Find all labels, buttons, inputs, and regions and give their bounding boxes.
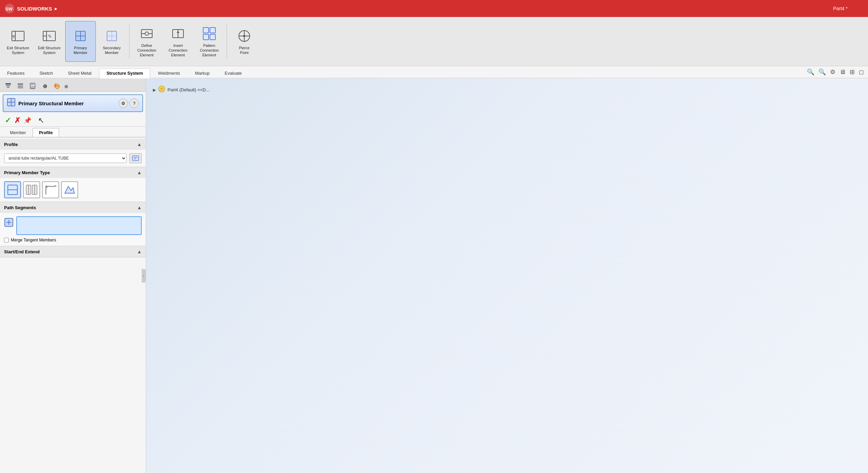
tab-evaluate[interactable]: Evaluate (217, 68, 249, 78)
ok-button[interactable]: ✓ (5, 116, 11, 125)
app-name: SOLIDWORKS (17, 6, 52, 12)
command-bar: × Exit Structure System ✎ Edit Structure… (0, 17, 868, 66)
member-type-custom-btn[interactable] (61, 181, 78, 198)
svg-text:×: × (13, 36, 15, 39)
search-icon[interactable]: 🔍 (805, 68, 816, 76)
profile-section-title: Profile (4, 142, 18, 147)
svg-text:✎: ✎ (48, 34, 52, 39)
svg-rect-25 (203, 34, 209, 40)
cube-icon[interactable]: ◻ (857, 68, 865, 76)
tab-weldments[interactable]: Weldments (151, 68, 187, 78)
define-connection-label: Define Connection Element (133, 43, 160, 58)
path-segments-title: Path Segments (4, 205, 36, 210)
toolbar-divider-1 (129, 24, 129, 58)
insert-connection-icon (170, 25, 186, 42)
path-segments-section: Path Segments ▲ Merge Tang (0, 202, 146, 246)
path-segments-chevron-icon: ▲ (137, 205, 142, 210)
svg-marker-52 (46, 185, 48, 188)
primary-member-type-title: Primary Member Type (4, 170, 50, 175)
member-type-chain-btn[interactable] (23, 181, 40, 198)
member-tab[interactable]: Member (3, 128, 33, 137)
member-type-buttons (4, 181, 142, 198)
psm-settings-btn[interactable]: ⚙ (119, 98, 128, 108)
primary-member-label: Primary Member (74, 46, 87, 55)
svg-rect-35 (18, 86, 23, 87)
toolbar-divider-2 (227, 24, 227, 58)
svg-rect-31 (5, 83, 11, 85)
tab-sketch[interactable]: Sketch (32, 68, 60, 78)
options-icon[interactable]: ⚙ (829, 68, 837, 76)
profile-row: ansi/al tube rectangular/AL TUBE ansi/sq… (4, 153, 142, 163)
tab-right-icons: 🔍 🔍 ⚙ 🖥 ⊞ ◻ (805, 68, 868, 78)
profile-section-header[interactable]: Profile ▲ (0, 139, 146, 150)
start-end-extend-header[interactable]: Start/End Extend ▲ (0, 246, 146, 257)
secondary-member-btn[interactable]: Secondary Member (96, 21, 127, 62)
tab-bar: Features Sketch Sheet Metal Structure Sy… (0, 66, 868, 78)
cursor-indicator: ↖ (38, 116, 44, 125)
edit-structure-icon: ✎ (41, 28, 57, 44)
define-connection-btn[interactable]: Define Connection Element (131, 21, 162, 62)
pierce-point-label: Pierce Point (239, 46, 249, 55)
svg-text:SW: SW (5, 6, 13, 12)
primary-member-type-header[interactable]: Primary Member Type ▲ (0, 167, 146, 178)
panel-collapse-handle[interactable]: › (142, 269, 146, 283)
svg-rect-34 (18, 84, 23, 85)
pattern-connection-label: Pattern Connection Element (196, 43, 223, 58)
panel-tab-appearance-btn[interactable]: 🎨 (52, 80, 63, 91)
tab-sheet-metal[interactable]: Sheet Metal (61, 68, 99, 78)
merge-tangent-label: Merge Tangent Members (11, 238, 56, 242)
tab-structure-system[interactable]: Structure System (99, 68, 150, 78)
member-type-corner-btn[interactable] (42, 181, 59, 198)
edit-structure-btn[interactable]: ✎ Edit Structure System (34, 21, 65, 62)
profile-dropdown[interactable]: ansi/al tube rectangular/AL TUBE ansi/sq… (4, 153, 127, 163)
pattern-connection-btn[interactable]: Pattern Connection Element (194, 21, 225, 62)
secondary-member-icon (104, 28, 120, 44)
exit-structure-label: Exit Structure System (7, 46, 29, 55)
svg-rect-43 (132, 156, 139, 161)
profile-tab[interactable]: Profile (33, 128, 59, 137)
svg-marker-22 (177, 31, 179, 33)
panel-tab-save-btn[interactable] (27, 80, 38, 91)
more-icon[interactable]: ⊞ (848, 68, 856, 76)
path-segments-input[interactable] (16, 216, 142, 235)
profile-chevron-icon: ▲ (137, 142, 142, 147)
panel-content: Profile ▲ ansi/al tube rectangular/AL TU… (0, 139, 146, 473)
profile-browse-btn[interactable] (129, 153, 142, 163)
merge-tangent-checkbox[interactable] (4, 238, 9, 242)
profile-section-body: ansi/al tube rectangular/AL TUBE ansi/sq… (0, 150, 146, 167)
insert-connection-btn[interactable]: Insert Connection Element (163, 21, 193, 62)
pattern-connection-icon (201, 25, 217, 42)
psm-icon (7, 98, 16, 109)
psm-header: Primary Structural Member ⚙ ? (3, 94, 143, 112)
primary-member-type-body (0, 178, 146, 202)
tab-features[interactable]: Features (0, 68, 32, 78)
view-icon[interactable]: 🖥 (838, 68, 847, 76)
panel-tab-orientation-btn[interactable]: ⊕ (39, 80, 50, 91)
tab-markup[interactable]: Markup (188, 68, 217, 78)
primary-member-type-section: Primary Member Type ▲ (0, 167, 146, 202)
search-2-icon[interactable]: 🔍 (817, 68, 827, 76)
pierce-point-btn[interactable]: Pierce Point (229, 21, 260, 62)
document-title: Part4 * (833, 6, 848, 11)
pin-button[interactable]: 📌 (24, 117, 31, 124)
start-end-extend-section: Start/End Extend ▲ (0, 246, 146, 257)
secondary-member-label: Secondary Member (103, 46, 121, 55)
title-bar: SW SOLIDWORKS ▶ Part4 * (0, 0, 868, 17)
svg-rect-39 (31, 87, 34, 88)
primary-member-type-chevron-icon: ▲ (137, 170, 142, 175)
path-segments-header[interactable]: Path Segments ▲ (0, 202, 146, 213)
profile-section: Profile ▲ ansi/al tube rectangular/AL TU… (0, 139, 146, 167)
psm-help-btn[interactable]: ? (129, 98, 139, 108)
primary-member-btn[interactable]: Primary Member (65, 21, 96, 62)
panel-tab-list-btn[interactable] (15, 80, 26, 91)
app-logo: SW SOLIDWORKS (4, 3, 52, 14)
primary-member-icon (72, 28, 89, 44)
exit-structure-btn[interactable]: × Exit Structure System (3, 21, 33, 62)
member-type-single-btn[interactable] (4, 181, 21, 198)
left-panel: ⊕ 🎨 Primary Structural Member ⚙ ? ✓ ✗ 📌 … (0, 78, 146, 473)
cancel-button[interactable]: ✗ (14, 116, 20, 125)
action-row: ✓ ✗ 📌 ↖ (0, 115, 146, 127)
panel-tab-tree-btn[interactable] (3, 80, 14, 91)
tree-expand-icon[interactable]: ▶ (153, 88, 156, 92)
svg-rect-32 (6, 85, 10, 86)
